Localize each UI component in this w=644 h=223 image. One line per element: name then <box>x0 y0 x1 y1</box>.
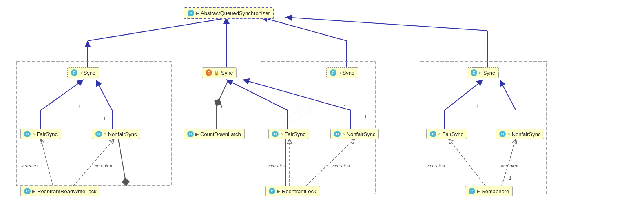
box-sync4: C ○ Sync <box>467 67 499 78</box>
box-nonfairsync1: C ○ NonfairSync <box>92 129 140 139</box>
svg-line-14 <box>96 80 112 110</box>
class-icon-sync4: C <box>471 69 477 76</box>
mult-3b: 1 <box>364 114 367 119</box>
svg-line-12 <box>41 80 84 110</box>
class-icon-sync2: C <box>206 69 212 76</box>
svg-line-18 <box>243 80 351 110</box>
diagram-container: C ▶ AbstractQueuedSynchronizer C ○ Sync … <box>0 0 644 223</box>
access-icon-sync4: ○ <box>479 70 482 75</box>
label-nonfairsync3: NonfairSync <box>512 131 541 137</box>
watermark: 马士兵 <box>275 92 323 132</box>
class-icon-sync1: C <box>71 69 77 76</box>
box-aqs: C ▶ AbstractQueuedSynchronizer <box>184 7 274 19</box>
label-nonfairsync1: NonfairSync <box>108 131 137 137</box>
box-sync3: C ○ Sync <box>326 67 358 78</box>
svg-line-24 <box>216 80 228 106</box>
class-icon-nonfairsync2: C <box>334 131 341 137</box>
box-fairsync3: C ○ FairSync <box>426 129 467 139</box>
box-fairsync2: C ○ FairSync <box>268 129 309 139</box>
box-fairsync1: C ○ FairSync <box>20 129 61 139</box>
svg-line-34 <box>118 139 126 186</box>
label-rl: ReentrantLock <box>282 188 316 194</box>
create-label-1: «create» <box>21 163 39 168</box>
create-label-3: «create» <box>268 163 286 168</box>
label-fairsync1: FairSync <box>37 131 58 137</box>
access-icon-rrwl: ▶ <box>32 189 35 194</box>
access-icon-sync3: ○ <box>338 70 341 75</box>
create-label-4: «create» <box>332 163 350 168</box>
access-icon-nonfairsync1: ○ <box>104 132 106 136</box>
mult-1b: 1 <box>103 116 106 121</box>
box-sync1: C ○ Sync <box>67 67 99 78</box>
svg-rect-28 <box>261 61 375 194</box>
svg-rect-27 <box>16 61 171 186</box>
mult-2a: 1 <box>220 104 223 109</box>
label-sync3: Sync <box>343 70 354 76</box>
access-icon-fairsync1: ○ <box>32 132 35 136</box>
access-icon-sync1: ○ <box>79 70 82 75</box>
svg-line-10 <box>285 17 487 31</box>
class-icon-nonfairsync3: C <box>499 131 506 137</box>
svg-line-26 <box>73 139 114 186</box>
label-rrwl: ReentrantReadWriteLock <box>37 188 97 194</box>
label-sync2: Sync <box>221 70 233 76</box>
label-nonfairsync2: NonfairSync <box>347 131 376 137</box>
access-icon-nonfairsync2: ○ <box>342 132 345 136</box>
access-icon-semaphore: ▶ <box>477 189 480 194</box>
create-label-6: «create» <box>501 163 518 168</box>
class-icon-cdl: C <box>187 131 194 137</box>
box-rrwl: C ▶ ReentrantReadWriteLock <box>20 186 100 196</box>
box-nonfairsync2: C ○ NonfairSync <box>330 129 379 139</box>
label-sync1: Sync <box>84 70 95 76</box>
box-rl: C ▶ ReentrantLock <box>265 186 320 196</box>
svg-line-32 <box>449 139 485 186</box>
class-icon-fairsync1: C <box>24 131 31 137</box>
svg-line-30 <box>306 139 355 186</box>
box-semaphore: C ▶ Semaphore <box>465 186 513 196</box>
class-icon-fairsync3: C <box>430 131 436 137</box>
access-icon-cdl: ▶ <box>195 132 199 137</box>
access-icon-nonfairsync3: ○ <box>507 132 510 136</box>
box-nonfairsync3: C ○ NonfairSync <box>496 129 544 139</box>
label-cdl: CountDownLatch <box>200 131 241 137</box>
class-icon-rrwl: C <box>24 188 31 194</box>
access-icon-fairsync2: ○ <box>280 132 283 136</box>
class-icon-sync3: C <box>330 69 336 76</box>
box-sync2: C 🔒 Sync <box>202 67 237 78</box>
create-label-2: «create» <box>95 163 112 168</box>
mult-3a: 1 <box>344 104 346 109</box>
class-icon-semaphore: C <box>469 188 475 194</box>
svg-line-22 <box>500 80 516 110</box>
label-fairsync3: FairSync <box>443 131 463 137</box>
svg-line-16 <box>226 80 288 110</box>
svg-line-8 <box>261 17 347 41</box>
class-icon-rl: C <box>269 188 275 194</box>
access-icon-rl: ▶ <box>277 189 280 194</box>
box-countdownlatch: C ▶ CountDownLatch <box>184 129 245 139</box>
label-aqs: AbstractQueuedSynchronizer <box>201 10 270 16</box>
svg-line-25 <box>41 139 53 186</box>
class-icon-nonfairsync1: C <box>95 131 102 137</box>
svg-rect-31 <box>420 61 547 194</box>
label-sync4: Sync <box>483 70 495 76</box>
label-fairsync2: FairSync <box>285 131 305 137</box>
access-icon-aqs: ▶ <box>196 11 199 16</box>
access-icon-sync2: 🔒 <box>214 70 219 76</box>
create-label-5: «create» <box>427 163 445 168</box>
access-icon-fairsync3: ○ <box>438 132 441 136</box>
mult-4a: 1 <box>476 104 479 109</box>
class-icon-fairsync2: C <box>272 131 279 137</box>
mult-1a: 1 <box>78 104 81 109</box>
svg-line-5 <box>88 17 232 41</box>
mult-4b: 1 <box>509 176 511 181</box>
label-semaphore: Semaphore <box>482 188 509 194</box>
class-icon-aqs: C <box>188 10 194 16</box>
